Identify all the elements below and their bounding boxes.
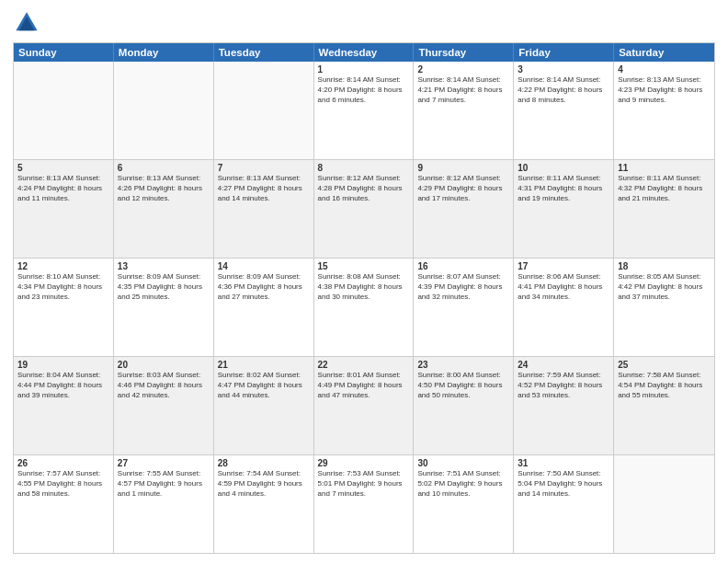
day-details: Sunrise: 8:10 AM Sunset: 4:34 PM Dayligh… [17,272,109,302]
day-details: Sunrise: 8:11 AM Sunset: 4:32 PM Dayligh… [618,174,711,203]
table-row: 24Sunrise: 7:59 AM Sunset: 4:52 PM Dayli… [514,357,614,454]
day-number: 9 [417,163,509,173]
day-number: 23 [417,360,509,370]
day-number: 28 [218,458,310,468]
day-details: Sunrise: 8:13 AM Sunset: 4:27 PM Dayligh… [218,174,310,203]
day-details: Sunrise: 7:50 AM Sunset: 5:04 PM Dayligh… [518,469,609,499]
calendar-body: 1Sunrise: 8:14 AM Sunset: 4:20 PM Daylig… [14,62,714,553]
header-cell-wednesday: Wednesday [314,43,415,62]
table-row: 21Sunrise: 8:02 AM Sunset: 4:47 PM Dayli… [214,357,314,454]
header-cell-thursday: Thursday [414,43,514,62]
table-row [14,62,114,159]
day-number: 5 [17,163,109,173]
table-row: 11Sunrise: 8:11 AM Sunset: 4:32 PM Dayli… [614,160,714,258]
day-number: 10 [518,163,609,173]
table-row: 1Sunrise: 8:14 AM Sunset: 4:20 PM Daylig… [314,62,415,159]
day-number: 12 [17,261,109,271]
header-cell-tuesday: Tuesday [214,43,314,62]
table-row: 23Sunrise: 8:00 AM Sunset: 4:50 PM Dayli… [414,357,514,454]
day-number: 18 [618,261,711,271]
day-number: 24 [518,360,609,370]
day-details: Sunrise: 8:09 AM Sunset: 4:35 PM Dayligh… [118,272,210,302]
day-number: 20 [118,360,210,370]
week-row-4: 19Sunrise: 8:04 AM Sunset: 4:44 PM Dayli… [14,357,714,455]
logo [13,9,44,37]
table-row: 4Sunrise: 8:13 AM Sunset: 4:23 PM Daylig… [614,62,714,159]
table-row: 31Sunrise: 7:50 AM Sunset: 5:04 PM Dayli… [514,455,614,553]
day-details: Sunrise: 8:13 AM Sunset: 4:24 PM Dayligh… [17,174,109,203]
day-details: Sunrise: 8:02 AM Sunset: 4:47 PM Dayligh… [218,371,310,400]
day-number: 7 [218,163,310,173]
day-number: 3 [518,64,609,75]
day-details: Sunrise: 8:12 AM Sunset: 4:29 PM Dayligh… [417,174,509,203]
day-number: 25 [618,360,711,370]
day-details: Sunrise: 8:05 AM Sunset: 4:42 PM Dayligh… [618,272,711,302]
table-row: 10Sunrise: 8:11 AM Sunset: 4:31 PM Dayli… [514,160,614,258]
day-number: 29 [318,458,410,468]
table-row: 14Sunrise: 8:09 AM Sunset: 4:36 PM Dayli… [214,259,314,356]
day-details: Sunrise: 8:04 AM Sunset: 4:44 PM Dayligh… [17,371,109,400]
week-row-3: 12Sunrise: 8:10 AM Sunset: 4:34 PM Dayli… [14,259,714,357]
day-number: 4 [618,64,711,75]
calendar-header: SundayMondayTuesdayWednesdayThursdayFrid… [14,43,714,62]
table-row [114,62,214,159]
day-number: 8 [318,163,410,173]
day-details: Sunrise: 8:08 AM Sunset: 4:38 PM Dayligh… [318,272,410,302]
day-number: 11 [618,163,711,173]
page: SundayMondayTuesdayWednesdayThursdayFrid… [0,0,728,563]
table-row: 28Sunrise: 7:54 AM Sunset: 4:59 PM Dayli… [214,455,314,553]
day-number: 17 [518,261,609,271]
week-row-1: 1Sunrise: 8:14 AM Sunset: 4:20 PM Daylig… [14,62,714,160]
day-details: Sunrise: 8:03 AM Sunset: 4:46 PM Dayligh… [118,371,210,400]
day-number: 22 [318,360,410,370]
day-details: Sunrise: 7:58 AM Sunset: 4:54 PM Dayligh… [618,371,711,400]
day-details: Sunrise: 8:00 AM Sunset: 4:50 PM Dayligh… [417,371,509,400]
day-details: Sunrise: 8:09 AM Sunset: 4:36 PM Dayligh… [218,272,310,302]
day-number: 27 [118,458,210,468]
day-details: Sunrise: 7:54 AM Sunset: 4:59 PM Dayligh… [218,469,310,499]
header-cell-sunday: Sunday [14,43,114,62]
day-details: Sunrise: 8:14 AM Sunset: 4:20 PM Dayligh… [318,75,410,105]
table-row: 25Sunrise: 7:58 AM Sunset: 4:54 PM Dayli… [614,357,714,454]
table-row: 19Sunrise: 8:04 AM Sunset: 4:44 PM Dayli… [14,357,114,454]
table-row: 26Sunrise: 7:57 AM Sunset: 4:55 PM Dayli… [14,455,114,553]
header-cell-monday: Monday [114,43,214,62]
day-details: Sunrise: 8:07 AM Sunset: 4:39 PM Dayligh… [417,272,509,302]
table-row: 2Sunrise: 8:14 AM Sunset: 4:21 PM Daylig… [414,62,514,159]
week-row-2: 5Sunrise: 8:13 AM Sunset: 4:24 PM Daylig… [14,160,714,259]
table-row: 20Sunrise: 8:03 AM Sunset: 4:46 PM Dayli… [114,357,214,454]
table-row: 18Sunrise: 8:05 AM Sunset: 4:42 PM Dayli… [614,259,714,356]
logo-icon [13,9,40,37]
day-details: Sunrise: 8:13 AM Sunset: 4:26 PM Dayligh… [118,174,210,203]
day-number: 16 [417,261,509,271]
day-number: 1 [318,64,410,75]
table-row: 13Sunrise: 8:09 AM Sunset: 4:35 PM Dayli… [114,259,214,356]
table-row: 16Sunrise: 8:07 AM Sunset: 4:39 PM Dayli… [414,259,514,356]
table-row: 7Sunrise: 8:13 AM Sunset: 4:27 PM Daylig… [214,160,314,258]
day-number: 31 [518,458,609,468]
day-number: 26 [17,458,109,468]
table-row [214,62,314,159]
header [13,9,715,37]
table-row: 22Sunrise: 8:01 AM Sunset: 4:49 PM Dayli… [314,357,415,454]
day-details: Sunrise: 8:12 AM Sunset: 4:28 PM Dayligh… [318,174,410,203]
calendar: SundayMondayTuesdayWednesdayThursdayFrid… [13,42,715,554]
day-number: 15 [318,261,410,271]
day-number: 14 [218,261,310,271]
header-cell-saturday: Saturday [614,43,714,62]
day-details: Sunrise: 8:01 AM Sunset: 4:49 PM Dayligh… [318,371,410,400]
day-details: Sunrise: 8:13 AM Sunset: 4:23 PM Dayligh… [618,75,711,105]
day-details: Sunrise: 8:14 AM Sunset: 4:21 PM Dayligh… [417,75,509,105]
table-row: 6Sunrise: 8:13 AM Sunset: 4:26 PM Daylig… [114,160,214,258]
day-details: Sunrise: 8:14 AM Sunset: 4:22 PM Dayligh… [518,75,609,105]
table-row: 3Sunrise: 8:14 AM Sunset: 4:22 PM Daylig… [514,62,614,159]
day-number: 30 [417,458,509,468]
day-details: Sunrise: 8:11 AM Sunset: 4:31 PM Dayligh… [518,174,609,203]
table-row [614,455,714,553]
table-row: 30Sunrise: 7:51 AM Sunset: 5:02 PM Dayli… [414,455,514,553]
table-row: 15Sunrise: 8:08 AM Sunset: 4:38 PM Dayli… [314,259,415,356]
day-number: 2 [417,64,509,75]
week-row-5: 26Sunrise: 7:57 AM Sunset: 4:55 PM Dayli… [14,455,714,553]
table-row: 29Sunrise: 7:53 AM Sunset: 5:01 PM Dayli… [314,455,415,553]
day-details: Sunrise: 7:55 AM Sunset: 4:57 PM Dayligh… [118,469,210,499]
